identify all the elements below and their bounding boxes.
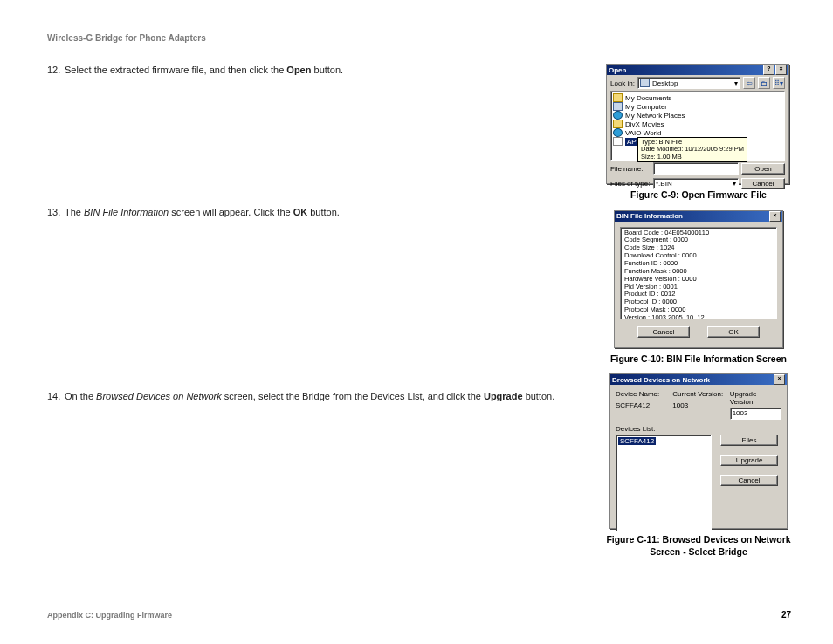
- browsed-dialog-titlebar: Browsed Devices on Network ×: [610, 374, 787, 385]
- devices-list[interactable]: SCFFA412: [616, 435, 712, 532]
- ok-button[interactable]: OK: [707, 326, 760, 338]
- cancel-button[interactable]: Cancel: [637, 326, 690, 338]
- close-icon[interactable]: ×: [775, 65, 787, 75]
- current-version-value: 1003: [672, 401, 724, 409]
- help-icon[interactable]: ?: [763, 65, 774, 75]
- bin-dialog-titlebar: BIN File Information ×: [615, 211, 782, 222]
- instruction-column: 12. Select the extracted firmware file, …: [47, 64, 582, 567]
- list-item[interactable]: VAIO World: [613, 128, 782, 137]
- bin-info-dialog: BIN File Information × Board Code : 04E0…: [614, 210, 783, 348]
- bin-info-line: Version : 1003 2005. 10. 12: [624, 314, 773, 322]
- device-name-value: SCFFA412: [616, 401, 667, 409]
- files-button[interactable]: Files: [720, 435, 778, 446]
- list-item[interactable]: My Network Places: [613, 111, 782, 120]
- close-icon[interactable]: ×: [769, 211, 781, 222]
- step-text: Select the extracted firmware file, and …: [65, 64, 582, 77]
- browsed-dialog-title: Browsed Devices on Network: [612, 376, 773, 384]
- desktop-icon: [640, 79, 650, 87]
- view-menu-icon[interactable]: ⠿▾: [773, 77, 785, 89]
- step-number: 14.: [47, 390, 65, 403]
- figure-c10-caption: Figure C-10: BIN File Information Screen: [606, 353, 791, 366]
- figures-column: Open ? × Look in: Desktop ▾ ⇦ 🗀 ⠿▾ My Do…: [606, 64, 791, 567]
- list-item[interactable]: SCFFA412: [618, 437, 656, 445]
- devices-list-label: Devices List:: [616, 425, 781, 433]
- bin-info-list: Board Code : 04E054000110Code Segment : …: [620, 227, 777, 319]
- look-in-dropdown[interactable]: Desktop ▾: [637, 77, 740, 89]
- step-text: The BIN File Information screen will app…: [65, 206, 582, 219]
- step-12: 12. Select the extracted firmware file, …: [47, 64, 582, 77]
- device-name-header: Device Name:: [616, 390, 667, 398]
- close-icon[interactable]: ×: [774, 374, 785, 385]
- globe-icon: [613, 111, 623, 120]
- figure-c9-caption: Figure C-9: Open Firmware File: [606, 189, 791, 202]
- list-item[interactable]: My Computer: [613, 102, 782, 111]
- open-dialog-title: Open: [609, 66, 762, 74]
- file-icon: [613, 137, 623, 146]
- open-dialog: Open ? × Look in: Desktop ▾ ⇦ 🗀 ⠿▾ My Do…: [606, 64, 789, 184]
- cancel-button[interactable]: Cancel: [720, 475, 778, 486]
- appendix-label: Appendix C: Upgrading Firmware: [47, 611, 172, 620]
- up-folder-icon[interactable]: ⇦: [743, 77, 755, 89]
- current-version-header: Current Version:: [672, 390, 724, 398]
- browsed-devices-dialog: Browsed Devices on Network × Device Name…: [609, 373, 788, 529]
- globe-icon: [613, 128, 623, 137]
- step-number: 13.: [47, 206, 65, 219]
- step-13: 13. The BIN File Information screen will…: [47, 206, 582, 219]
- file-list[interactable]: My DocumentsMy ComputerMy Network Places…: [610, 91, 785, 161]
- page-number: 27: [781, 610, 791, 620]
- filename-input[interactable]: [653, 162, 739, 175]
- folder-icon: [613, 93, 623, 102]
- upgrade-button[interactable]: Upgrade: [720, 455, 778, 466]
- filetype-dropdown[interactable]: *.BIN▾: [653, 178, 739, 189]
- list-item[interactable]: My Documents: [613, 93, 782, 102]
- figure-c11-caption: Figure C-11: Browsed Devices on Network …: [606, 534, 791, 558]
- page-footer: Appendix C: Upgrading Firmware 27: [47, 610, 791, 620]
- open-button[interactable]: Open: [741, 163, 785, 175]
- cancel-button[interactable]: Cancel: [741, 178, 785, 189]
- folder-icon: [613, 120, 623, 128]
- upgrade-version-input[interactable]: 1003: [730, 408, 781, 420]
- filetype-label: Files of type:: [610, 180, 651, 188]
- step-text: On the Browsed Devices on Network screen…: [65, 390, 582, 403]
- open-dialog-titlebar: Open ? ×: [607, 65, 788, 75]
- upgrade-version-header: Upgrade Version:: [730, 390, 781, 406]
- doc-header: Wireless-G Bridge for Phone Adapters: [47, 33, 791, 43]
- pc-icon: [613, 102, 623, 111]
- file-tooltip: Type: BIN FileDate Modified: 10/12/2005 …: [637, 137, 747, 162]
- step-number: 12.: [47, 64, 65, 77]
- new-folder-icon[interactable]: 🗀: [758, 77, 770, 89]
- bin-dialog-title: BIN File Information: [616, 212, 768, 220]
- list-item[interactable]: DivX Movies: [613, 120, 782, 128]
- step-14: 14. On the Browsed Devices on Network sc…: [47, 390, 582, 403]
- filename-label: File name:: [610, 165, 651, 173]
- look-in-label: Look in:: [610, 79, 635, 87]
